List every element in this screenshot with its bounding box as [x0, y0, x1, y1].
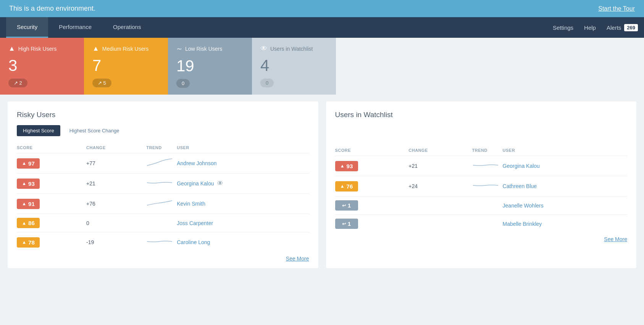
score-cell: ▲97 [17, 153, 86, 174]
table-row: ▲93+21Georgina Kalou👁 [17, 174, 309, 194]
watchlist-see-more-link[interactable]: See More [604, 236, 627, 242]
demo-banner: This is a demo environment. Start the To… [0, 0, 644, 17]
watchlist-change: 0 [260, 79, 274, 87]
change-cell: +77 [86, 153, 146, 174]
score-badge: ▲97 [17, 158, 40, 169]
watchlist-users-table: SCORE CHANGE TREND USER ▲93+21Georgina K… [335, 145, 628, 233]
high-risk-number: 3 [8, 56, 76, 75]
user-link[interactable]: Jeanelle Wohlers [503, 203, 544, 209]
score-badge: ▲86 [17, 218, 40, 228]
stat-card-high-header: ▲ High Risk Users [8, 45, 76, 53]
change-cell: +76 [86, 194, 146, 214]
stat-card-high[interactable]: ▲ High Risk Users 3 ↗ 2 [0, 38, 84, 95]
change-cell: +21 [408, 156, 472, 176]
nav-tabs: Security Performance Operations [6, 17, 152, 38]
user-link[interactable]: Cathreen Blue [503, 183, 537, 189]
stats-row: ▲ High Risk Users 3 ↗ 2 ▲ Medium Risk Us… [0, 38, 644, 95]
low-risk-number: 19 [176, 57, 244, 75]
col-user: USER [177, 142, 309, 153]
trend-cell [146, 232, 177, 253]
watchlist-users-title: Users in Watchlist [335, 111, 628, 119]
user-link[interactable]: Mabelle Brinkley [503, 221, 542, 227]
user-link[interactable]: Georgina Kalou [503, 163, 540, 169]
watchlist-see-more-row: See More [335, 233, 628, 243]
start-tour-link[interactable]: Start the Tour [598, 5, 635, 12]
score-badge: ▲76 [335, 181, 358, 191]
stat-card-low[interactable]: ∼ Low Risk Users 19 0 [168, 38, 252, 95]
risky-users-table: SCORE CHANGE TREND USER ▲97+77Andrew Joh… [17, 142, 309, 252]
trend-cell [146, 214, 177, 232]
alerts-label: Alerts [607, 24, 621, 31]
high-risk-icon: ▲ [8, 45, 15, 53]
trend-cell [472, 196, 503, 215]
table-row: ▲97+77Andrew Johnson [17, 153, 309, 174]
trend-cell [472, 176, 503, 196]
user-link[interactable]: Joss Carpenter [177, 220, 213, 226]
stat-card-medium-header: ▲ Medium Risk Users [92, 45, 160, 53]
user-cell: Cathreen Blue [503, 176, 627, 196]
nav-tab-performance[interactable]: Performance [48, 17, 102, 38]
medium-risk-number: 7 [92, 56, 160, 75]
stat-card-medium[interactable]: ▲ Medium Risk Users 7 ↗ 5 [84, 38, 168, 95]
filter-highest-score[interactable]: Highest Score [17, 125, 60, 136]
stat-card-watchlist[interactable]: 👁 Users in Watchlist 4 0 [252, 38, 336, 95]
change-cell: -19 [86, 232, 146, 253]
medium-risk-title: Medium Risk Users [102, 46, 148, 52]
risky-users-panel: Risky Users Highest Score Highest Score … [8, 101, 318, 268]
nav-tab-operations[interactable]: Operations [102, 17, 152, 38]
medium-risk-change: ↗ 5 [92, 79, 111, 87]
high-risk-change: ↗ 2 [8, 79, 27, 87]
user-link[interactable]: Andrew Johnson [177, 160, 216, 166]
watchlist-title: Users in Watchlist [270, 46, 313, 52]
filter-highest-score-change[interactable]: Highest Score Change [63, 125, 126, 136]
high-risk-title: High Risk Users [18, 46, 56, 52]
low-risk-icon: ∼ [176, 45, 182, 53]
alerts-count: 269 [624, 24, 638, 31]
score-cell: ▲78 [17, 232, 86, 253]
score-badge: ▲93 [17, 179, 40, 189]
user-link[interactable]: Kevin Smith [177, 201, 205, 207]
table-row: ↩1Jeanelle Wohlers [335, 196, 628, 215]
table-row: ↩1Mabelle Brinkley [335, 215, 628, 233]
stat-card-low-header: ∼ Low Risk Users [176, 45, 244, 53]
table-row: ▲91+76Kevin Smith [17, 194, 309, 214]
user-cell: Mabelle Brinkley [503, 215, 627, 233]
risky-see-more-row: See More [17, 252, 309, 262]
user-link[interactable]: Georgina Kalou [177, 180, 214, 187]
score-cell: ▲91 [17, 194, 86, 214]
filter-tabs: Highest Score Highest Score Change [17, 125, 309, 136]
demo-banner-text: This is a demo environment. [9, 5, 95, 13]
trend-cell [472, 156, 503, 176]
user-cell: Georgina Kalou👁 [177, 174, 309, 194]
col-trend: TREND [146, 142, 177, 153]
change-cell: +21 [86, 174, 146, 194]
settings-link[interactable]: Settings [553, 24, 573, 31]
score-cell: ↩1 [335, 215, 409, 233]
nav-bar: Security Performance Operations Settings… [0, 17, 644, 38]
user-cell: Joss Carpenter [177, 214, 309, 232]
w-col-trend: TREND [472, 145, 503, 156]
score-badge: ▲78 [17, 237, 40, 248]
col-score: SCORE [17, 142, 86, 153]
help-link[interactable]: Help [584, 24, 596, 31]
change-cell: 0 [86, 214, 146, 232]
change-cell [408, 215, 472, 233]
change-cell: +24 [408, 176, 472, 196]
w-col-score: SCORE [335, 145, 409, 156]
score-cell: ↩1 [335, 196, 409, 215]
score-badge: ▲93 [335, 161, 358, 171]
watchlist-users-panel: Users in Watchlist SCORE CHANGE TREND US… [326, 101, 637, 268]
score-badge: ↩1 [335, 200, 358, 211]
user-cell: Kevin Smith [177, 194, 309, 214]
score-cell: ▲93 [335, 156, 409, 176]
user-cell: Georgina Kalou [503, 156, 627, 176]
watchlist-row-icon: 👁 [217, 180, 223, 187]
user-link[interactable]: Caroline Long [177, 239, 210, 245]
table-row: ▲78-19Caroline Long [17, 232, 309, 253]
alerts-badge[interactable]: Alerts 269 [607, 24, 638, 31]
risky-see-more-link[interactable]: See More [286, 256, 309, 262]
trend-cell [146, 174, 177, 194]
col-change: CHANGE [86, 142, 146, 153]
watchlist-icon: 👁 [260, 45, 267, 53]
nav-tab-security[interactable]: Security [6, 17, 48, 38]
